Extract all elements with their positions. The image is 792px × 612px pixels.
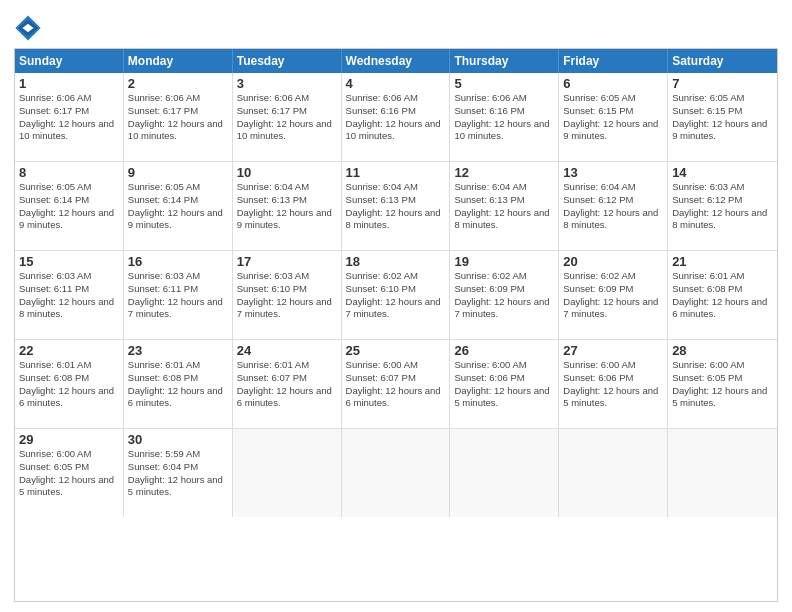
day-info: Sunrise: 6:01 AM Sunset: 6:07 PM Dayligh…	[237, 359, 337, 410]
day-info: Sunrise: 6:04 AM Sunset: 6:12 PM Dayligh…	[563, 181, 663, 232]
day-info: Sunrise: 6:06 AM Sunset: 6:16 PM Dayligh…	[346, 92, 446, 143]
day-info: Sunrise: 6:02 AM Sunset: 6:09 PM Dayligh…	[454, 270, 554, 321]
calendar-week-1: 1Sunrise: 6:06 AM Sunset: 6:17 PM Daylig…	[15, 73, 777, 162]
day-number: 25	[346, 343, 446, 358]
header-cell-saturday: Saturday	[668, 49, 777, 73]
day-number: 21	[672, 254, 773, 269]
calendar-week-2: 8Sunrise: 6:05 AM Sunset: 6:14 PM Daylig…	[15, 162, 777, 251]
day-cell-10: 10Sunrise: 6:04 AM Sunset: 6:13 PM Dayli…	[233, 162, 342, 250]
page: SundayMondayTuesdayWednesdayThursdayFrid…	[0, 0, 792, 612]
day-cell-14: 14Sunrise: 6:03 AM Sunset: 6:12 PM Dayli…	[668, 162, 777, 250]
header-cell-sunday: Sunday	[15, 49, 124, 73]
day-number: 23	[128, 343, 228, 358]
day-cell-24: 24Sunrise: 6:01 AM Sunset: 6:07 PM Dayli…	[233, 340, 342, 428]
day-cell-7: 7Sunrise: 6:05 AM Sunset: 6:15 PM Daylig…	[668, 73, 777, 161]
day-cell-empty	[559, 429, 668, 517]
day-cell-empty	[233, 429, 342, 517]
day-number: 29	[19, 432, 119, 447]
day-info: Sunrise: 6:06 AM Sunset: 6:17 PM Dayligh…	[128, 92, 228, 143]
day-cell-empty	[450, 429, 559, 517]
day-number: 1	[19, 76, 119, 91]
day-info: Sunrise: 6:00 AM Sunset: 6:06 PM Dayligh…	[563, 359, 663, 410]
day-number: 16	[128, 254, 228, 269]
day-number: 15	[19, 254, 119, 269]
day-cell-28: 28Sunrise: 6:00 AM Sunset: 6:05 PM Dayli…	[668, 340, 777, 428]
day-info: Sunrise: 6:05 AM Sunset: 6:15 PM Dayligh…	[563, 92, 663, 143]
day-cell-9: 9Sunrise: 6:05 AM Sunset: 6:14 PM Daylig…	[124, 162, 233, 250]
day-number: 27	[563, 343, 663, 358]
day-number: 19	[454, 254, 554, 269]
day-number: 11	[346, 165, 446, 180]
day-cell-21: 21Sunrise: 6:01 AM Sunset: 6:08 PM Dayli…	[668, 251, 777, 339]
day-number: 6	[563, 76, 663, 91]
day-number: 2	[128, 76, 228, 91]
day-info: Sunrise: 6:01 AM Sunset: 6:08 PM Dayligh…	[128, 359, 228, 410]
day-info: Sunrise: 6:03 AM Sunset: 6:10 PM Dayligh…	[237, 270, 337, 321]
day-number: 8	[19, 165, 119, 180]
day-info: Sunrise: 6:03 AM Sunset: 6:11 PM Dayligh…	[128, 270, 228, 321]
calendar-week-3: 15Sunrise: 6:03 AM Sunset: 6:11 PM Dayli…	[15, 251, 777, 340]
day-cell-3: 3Sunrise: 6:06 AM Sunset: 6:17 PM Daylig…	[233, 73, 342, 161]
day-number: 10	[237, 165, 337, 180]
day-number: 22	[19, 343, 119, 358]
day-cell-17: 17Sunrise: 6:03 AM Sunset: 6:10 PM Dayli…	[233, 251, 342, 339]
day-info: Sunrise: 5:59 AM Sunset: 6:04 PM Dayligh…	[128, 448, 228, 499]
day-cell-12: 12Sunrise: 6:04 AM Sunset: 6:13 PM Dayli…	[450, 162, 559, 250]
day-info: Sunrise: 6:06 AM Sunset: 6:17 PM Dayligh…	[19, 92, 119, 143]
day-number: 26	[454, 343, 554, 358]
day-number: 3	[237, 76, 337, 91]
day-number: 20	[563, 254, 663, 269]
day-cell-empty	[342, 429, 451, 517]
day-info: Sunrise: 6:04 AM Sunset: 6:13 PM Dayligh…	[454, 181, 554, 232]
day-cell-6: 6Sunrise: 6:05 AM Sunset: 6:15 PM Daylig…	[559, 73, 668, 161]
day-cell-1: 1Sunrise: 6:06 AM Sunset: 6:17 PM Daylig…	[15, 73, 124, 161]
day-cell-16: 16Sunrise: 6:03 AM Sunset: 6:11 PM Dayli…	[124, 251, 233, 339]
day-info: Sunrise: 6:02 AM Sunset: 6:09 PM Dayligh…	[563, 270, 663, 321]
day-info: Sunrise: 6:00 AM Sunset: 6:05 PM Dayligh…	[19, 448, 119, 499]
day-number: 18	[346, 254, 446, 269]
day-number: 14	[672, 165, 773, 180]
logo-icon	[14, 14, 42, 42]
day-info: Sunrise: 6:00 AM Sunset: 6:07 PM Dayligh…	[346, 359, 446, 410]
header-cell-monday: Monday	[124, 49, 233, 73]
day-info: Sunrise: 6:04 AM Sunset: 6:13 PM Dayligh…	[237, 181, 337, 232]
day-info: Sunrise: 6:06 AM Sunset: 6:16 PM Dayligh…	[454, 92, 554, 143]
day-cell-19: 19Sunrise: 6:02 AM Sunset: 6:09 PM Dayli…	[450, 251, 559, 339]
day-cell-23: 23Sunrise: 6:01 AM Sunset: 6:08 PM Dayli…	[124, 340, 233, 428]
day-cell-8: 8Sunrise: 6:05 AM Sunset: 6:14 PM Daylig…	[15, 162, 124, 250]
day-cell-25: 25Sunrise: 6:00 AM Sunset: 6:07 PM Dayli…	[342, 340, 451, 428]
header	[14, 10, 778, 42]
day-info: Sunrise: 6:04 AM Sunset: 6:13 PM Dayligh…	[346, 181, 446, 232]
day-cell-27: 27Sunrise: 6:00 AM Sunset: 6:06 PM Dayli…	[559, 340, 668, 428]
calendar-header: SundayMondayTuesdayWednesdayThursdayFrid…	[15, 49, 777, 73]
header-cell-wednesday: Wednesday	[342, 49, 451, 73]
day-cell-4: 4Sunrise: 6:06 AM Sunset: 6:16 PM Daylig…	[342, 73, 451, 161]
header-cell-friday: Friday	[559, 49, 668, 73]
day-info: Sunrise: 6:06 AM Sunset: 6:17 PM Dayligh…	[237, 92, 337, 143]
day-cell-5: 5Sunrise: 6:06 AM Sunset: 6:16 PM Daylig…	[450, 73, 559, 161]
day-info: Sunrise: 6:03 AM Sunset: 6:11 PM Dayligh…	[19, 270, 119, 321]
day-number: 7	[672, 76, 773, 91]
calendar-week-4: 22Sunrise: 6:01 AM Sunset: 6:08 PM Dayli…	[15, 340, 777, 429]
day-cell-20: 20Sunrise: 6:02 AM Sunset: 6:09 PM Dayli…	[559, 251, 668, 339]
day-info: Sunrise: 6:00 AM Sunset: 6:05 PM Dayligh…	[672, 359, 773, 410]
day-info: Sunrise: 6:05 AM Sunset: 6:14 PM Dayligh…	[128, 181, 228, 232]
day-info: Sunrise: 6:02 AM Sunset: 6:10 PM Dayligh…	[346, 270, 446, 321]
day-number: 13	[563, 165, 663, 180]
header-cell-tuesday: Tuesday	[233, 49, 342, 73]
calendar: SundayMondayTuesdayWednesdayThursdayFrid…	[14, 48, 778, 602]
day-cell-18: 18Sunrise: 6:02 AM Sunset: 6:10 PM Dayli…	[342, 251, 451, 339]
day-cell-empty	[668, 429, 777, 517]
day-info: Sunrise: 6:03 AM Sunset: 6:12 PM Dayligh…	[672, 181, 773, 232]
day-number: 12	[454, 165, 554, 180]
day-cell-13: 13Sunrise: 6:04 AM Sunset: 6:12 PM Dayli…	[559, 162, 668, 250]
day-number: 9	[128, 165, 228, 180]
day-number: 5	[454, 76, 554, 91]
day-number: 30	[128, 432, 228, 447]
day-cell-26: 26Sunrise: 6:00 AM Sunset: 6:06 PM Dayli…	[450, 340, 559, 428]
day-info: Sunrise: 6:05 AM Sunset: 6:14 PM Dayligh…	[19, 181, 119, 232]
day-cell-11: 11Sunrise: 6:04 AM Sunset: 6:13 PM Dayli…	[342, 162, 451, 250]
day-info: Sunrise: 6:00 AM Sunset: 6:06 PM Dayligh…	[454, 359, 554, 410]
day-number: 17	[237, 254, 337, 269]
logo	[14, 14, 44, 42]
